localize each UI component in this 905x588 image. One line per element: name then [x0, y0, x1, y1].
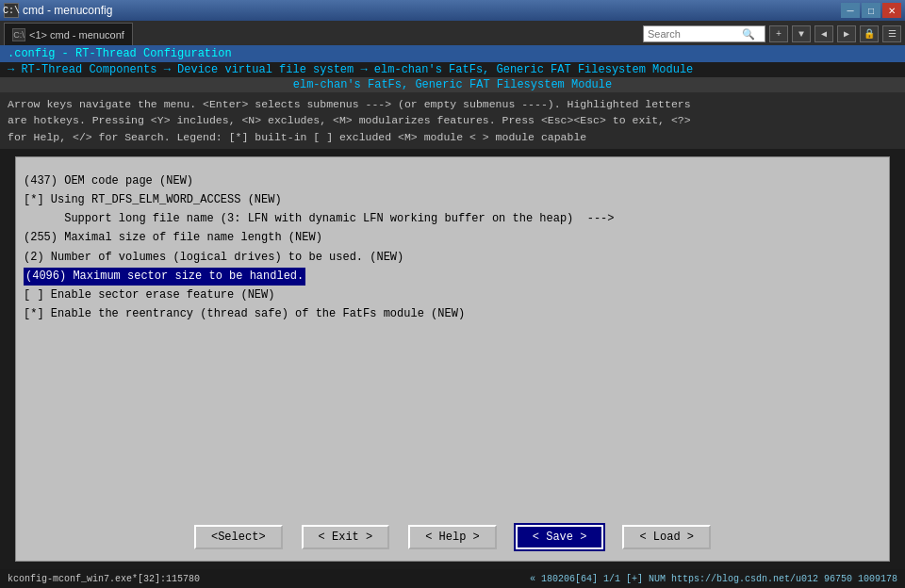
breadcrumb-line2: → RT-Thread Components → Device virtual …: [0, 62, 905, 77]
search-input[interactable]: [648, 28, 742, 40]
config-line-text: [*] Enable the reentrancy (thread safe) …: [24, 307, 465, 320]
window-controls: ─ □ ✕: [841, 3, 901, 18]
breadcrumb-text-1: .config - RT-Thread Configuration: [8, 47, 232, 60]
tab-icon: C:\: [12, 28, 25, 41]
config-line-1: [*] Using RT_DFS_ELM_WORD_ACCESS (NEW): [24, 191, 881, 209]
dropdown-button[interactable]: ▼: [792, 25, 811, 42]
breadcrumb-line1: .config - RT-Thread Configuration: [0, 45, 905, 62]
config-line-2: Support long file name (3: LFN with dyna…: [24, 210, 881, 228]
config-line-text: (255) Maximal size of file name length (…: [24, 231, 322, 244]
app-icon: C:\: [4, 3, 19, 18]
config-line-7: [*] Enable the reentrancy (thread safe) …: [24, 305, 881, 323]
tab-label: <1> cmd - menuconf: [29, 29, 124, 41]
scroll-right-button[interactable]: ▶: [837, 25, 856, 42]
action-button-4[interactable]: < Load >: [622, 525, 711, 549]
search-box: 🔍: [643, 25, 765, 42]
breadcrumb-line3: elm-chan's FatFs, Generic FAT Filesystem…: [0, 77, 905, 92]
config-line-text: (2) Number of volumes (logical drives) t…: [24, 251, 403, 264]
terminal: .config - RT-Thread Configuration → RT-T…: [0, 45, 905, 569]
bottom-bar: <Select>< Exit >< Help >< Save >< Load >: [16, 517, 889, 561]
config-line-text: (437) OEM code page (NEW): [24, 174, 193, 188]
config-line-6: [ ] Enable sector erase feature (NEW): [24, 286, 881, 304]
config-line-3: (255) Maximal size of file name length (…: [24, 229, 881, 247]
lock-button[interactable]: 🔒: [860, 25, 879, 42]
maximize-button[interactable]: □: [862, 3, 880, 18]
title-bar: C:\ cmd - menuconfig ─ □ ✕: [0, 0, 905, 21]
tab-bar: C:\ <1> cmd - menuconf 🔍 + ▼ ◀ ▶ 🔒 ☰: [0, 21, 905, 45]
info-line-1: Arrow keys navigate the menu. <Enter> se…: [8, 96, 897, 112]
config-line-5: (4096) Maximum sector size to be handled…: [24, 268, 881, 286]
status-right: « 180206[64] 1/1 [+] NUM https://blog.cs…: [530, 574, 897, 584]
title-text: cmd - menuconfig: [23, 4, 112, 17]
info-line-2: are hotkeys. Pressing <Y> includes, <N> …: [8, 112, 897, 128]
add-tab-button[interactable]: +: [769, 25, 788, 42]
info-line-3: for Help, </> for Search. Legend: [*] bu…: [8, 129, 897, 145]
config-line-highlighted: (4096) Maximum sector size to be handled…: [24, 268, 305, 286]
action-button-2[interactable]: < Help >: [408, 525, 497, 549]
tab-search-area: 🔍 + ▼ ◀ ▶ 🔒 ☰: [135, 23, 905, 45]
action-button-1[interactable]: < Exit >: [302, 525, 390, 549]
status-bar: kconfig-mconf_win7.exe*[32]:115780 « 180…: [0, 569, 905, 588]
config-line-text: [*] Using RT_DFS_ELM_WORD_ACCESS (NEW): [24, 193, 282, 206]
config-line-0: (437) OEM code page (NEW): [24, 172, 881, 190]
breadcrumb-text-3: elm-chan's FatFs, Generic FAT Filesystem…: [293, 78, 612, 91]
config-line-text: Support long file name (3: LFN with dyna…: [24, 212, 615, 225]
minimize-button[interactable]: ─: [841, 3, 860, 18]
tab-cmd-menuconf[interactable]: C:\ <1> cmd - menuconf: [4, 23, 133, 45]
config-area: (437) OEM code page (NEW)[*] Using RT_DF…: [15, 156, 890, 562]
config-line-text: [ ] Enable sector erase feature (NEW): [24, 288, 274, 302]
status-left: kconfig-mconf_win7.exe*[32]:115780: [8, 574, 200, 584]
config-content: (437) OEM code page (NEW)[*] Using RT_DF…: [16, 157, 889, 517]
config-line-4: (2) Number of volumes (logical drives) t…: [24, 249, 881, 267]
settings-button[interactable]: ☰: [882, 25, 901, 42]
info-area: Arrow keys navigate the menu. <Enter> se…: [0, 92, 905, 149]
search-icon: 🔍: [742, 28, 755, 41]
action-button-3[interactable]: < Save >: [516, 525, 604, 549]
breadcrumb-text-2: → RT-Thread Components → Device virtual …: [8, 63, 693, 76]
action-button-0[interactable]: <Select>: [194, 525, 283, 549]
scroll-left-button[interactable]: ◀: [814, 25, 833, 42]
close-button[interactable]: ✕: [882, 3, 901, 18]
title-bar-left: C:\ cmd - menuconfig: [4, 3, 112, 18]
